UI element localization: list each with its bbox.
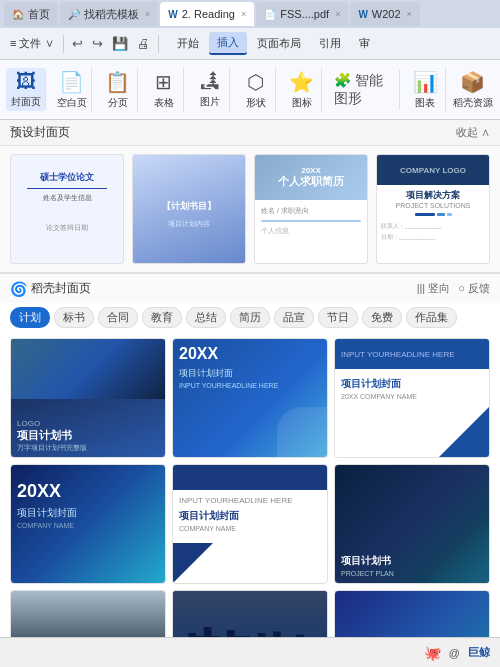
preset-card4-en: PROJECT SOLUTIONS [381, 202, 485, 209]
tab-reading-label: 2. Reading [182, 8, 235, 20]
ribbon-item-image[interactable]: 🏞 图片 [190, 68, 230, 111]
resource-label: 稻壳资源 [453, 96, 493, 110]
template-card-5[interactable]: INPUT YOURHEADLINE HERE 项目计划封面 COMPANY N… [172, 464, 328, 584]
template-card-6[interactable]: 项目计划书 PROJECT PLAN [334, 464, 490, 584]
tab-w202[interactable]: W W202 × [350, 2, 419, 26]
t1-title: 项目计划书 [17, 428, 159, 443]
shape-icon: ⬡ [247, 70, 264, 94]
ribbon-tab-ref[interactable]: 引用 [311, 33, 349, 54]
tab-bar: 🏠 首页 🔎 找稻壳模板 × W 2. Reading × 📄 FSS....p… [0, 0, 500, 28]
template-card-1[interactable]: LOGO 项目计划书 万字项目计划书完整版 [10, 338, 166, 458]
smartart-icon: 🧩 智能图形 [334, 72, 393, 108]
cat-free[interactable]: 免费 [362, 307, 402, 328]
ribbon-item-pagebreak[interactable]: 📋 分页 [98, 68, 138, 112]
tab-home-label: 首页 [28, 7, 50, 22]
t1-logo: LOGO [17, 419, 159, 428]
preset-card-academic[interactable]: 硕士学位论文 姓名及学生信息 论文答辩日期 [10, 154, 124, 264]
toolbar-left: ≡ 文件 ∨ ↩ ↪ 💾 🖨 [6, 34, 161, 53]
cat-contract[interactable]: 合同 [98, 307, 138, 328]
at-sign[interactable]: @ [449, 647, 460, 659]
t2-input: INPUT YOURHEADLINE HERE [179, 382, 321, 389]
blank-icon: 📄 [59, 70, 84, 94]
template-card-3[interactable]: INPUT YOURHEADLINE HERE 项目计划封面 20XX COMP… [334, 338, 490, 458]
preset-card-resume[interactable]: 20XX 个人求职简历 姓名 / 求职意向 个人信息 [254, 154, 368, 264]
tab-fss[interactable]: 📄 FSS....pdf × [256, 2, 348, 26]
ribbon-item-blank[interactable]: 📄 空白页 [52, 68, 92, 112]
ribbon-item-smartart[interactable]: 🧩 智能图形 [328, 70, 400, 110]
feedback-btn[interactable]: ○ 反馈 [458, 281, 490, 296]
preset-card-solution[interactable]: COMPANY LOGO 项目解决方案 PROJECT SOLUTIONS 联系… [376, 154, 490, 264]
preset-card4-logo: COMPANY LOGO [400, 166, 466, 175]
preset-card3-title: 个人求职简历 [278, 175, 344, 188]
chart-icon: 📊 [413, 70, 438, 94]
preset-card4-info1: 联系人：___________ [381, 222, 485, 231]
ribbon-tab-review[interactable]: 审 [351, 33, 378, 54]
cat-edu[interactable]: 教育 [142, 307, 182, 328]
cat-plan[interactable]: 计划 [10, 307, 50, 328]
vertical-view-btn[interactable]: ||| 竖向 [417, 281, 451, 296]
t5-en: COMPANY NAME [179, 525, 321, 532]
t2-title: 项目计划封面 [179, 367, 321, 380]
preset-card3-info: 个人信息 [261, 226, 361, 236]
template-icon: 🔎 [68, 9, 80, 20]
icon2-label: 图标 [292, 96, 312, 110]
preset-card4-info2: 日期：___________ [381, 233, 485, 242]
icon-save[interactable]: 💾 [109, 34, 131, 53]
preset-collapse-btn[interactable]: 收起 ∧ [456, 125, 490, 140]
ribbon-item-chart[interactable]: 📊 图表 [406, 68, 446, 112]
tab-fss-close[interactable]: × [335, 9, 340, 19]
pagebreak-icon: 📋 [105, 70, 130, 94]
ribbon-item-cover[interactable]: 🖼 封面页 [6, 68, 46, 111]
cat-works[interactable]: 作品集 [406, 307, 457, 328]
octopus-icon[interactable]: 🐙 [424, 645, 441, 661]
tab-template[interactable]: 🔎 找稻壳模板 × [60, 2, 158, 26]
cover-label: 封面页 [11, 95, 41, 109]
toolbar-row1: ≡ 文件 ∨ ↩ ↪ 💾 🖨 开始 插入 页面布局 引用 审 [0, 28, 500, 60]
reading-icon: W [168, 9, 177, 20]
ribbon-item-icon2[interactable]: ⭐ 图标 [282, 68, 322, 112]
cat-bid[interactable]: 标书 [54, 307, 94, 328]
cat-festival[interactable]: 节日 [318, 307, 358, 328]
tab-home[interactable]: 🏠 首页 [4, 2, 58, 26]
sticker-header: 🌀 稻壳封面页 ||| 竖向 ○ 反馈 [0, 274, 500, 303]
preset-card-blue[interactable]: 【计划书目】 项目计划内容 [132, 154, 246, 264]
icon2-icon: ⭐ [289, 70, 314, 94]
icon-undo[interactable]: ↩ [69, 34, 86, 53]
t3-en: 20XX COMPANY NAME [341, 393, 483, 400]
tab-template-close[interactable]: × [145, 9, 150, 19]
tab-w202-close[interactable]: × [407, 9, 412, 19]
ribbon-tab-insert[interactable]: 插入 [209, 32, 247, 55]
tab-template-label: 找稻壳模板 [84, 7, 139, 22]
preset-card3-year: 20XX [278, 166, 344, 175]
separator-2 [158, 35, 159, 53]
ribbon-tab-start[interactable]: 开始 [169, 33, 207, 54]
preset-card2-text: 【计划书目】 [162, 200, 216, 213]
fss-icon: 📄 [264, 9, 276, 20]
t3-input: INPUT YOURHEADLINE HERE [341, 350, 455, 359]
ribbon-item-shape[interactable]: ⬡ 形状 [236, 68, 276, 112]
icon-redo[interactable]: ↪ [89, 34, 106, 53]
t4-year: 20XX [17, 481, 159, 502]
ribbon-tab-layout[interactable]: 页面布局 [249, 33, 309, 54]
sticker-title-group: 🌀 稻壳封面页 [10, 280, 91, 297]
menu-file[interactable]: ≡ 文件 ∨ [6, 34, 58, 53]
tab-reading[interactable]: W 2. Reading × [160, 2, 254, 26]
icon-print[interactable]: 🖨 [134, 34, 153, 53]
ribbon-item-table[interactable]: ⊞ 表格 [144, 68, 184, 112]
ribbon-item-resource[interactable]: 📦 稻壳资源 [452, 68, 494, 112]
cat-resume[interactable]: 简历 [230, 307, 270, 328]
preset-card1-footer: 论文答辩日期 [19, 223, 115, 233]
image-icon: 🏞 [200, 70, 220, 93]
template-card-4[interactable]: 20XX 项目计划封面 COMPANY NAME [10, 464, 166, 584]
cat-summary[interactable]: 总结 [186, 307, 226, 328]
cat-brand[interactable]: 品宣 [274, 307, 314, 328]
separator-1 [63, 35, 64, 53]
preset-card3-sub: 姓名 / 求职意向 [261, 206, 361, 216]
tab-reading-close[interactable]: × [241, 9, 246, 19]
main-panel: 预设封面页 收起 ∧ 硕士学位论文 姓名及学生信息 论文答辩日期 【计划书目】 … [0, 120, 500, 667]
t2-year: 20XX [179, 345, 321, 363]
resource-icon: 📦 [460, 70, 485, 94]
template-card-2[interactable]: 20XX 项目计划封面 INPUT YOURHEADLINE HERE [172, 338, 328, 458]
preset-section-header: 预设封面页 收起 ∧ [0, 120, 500, 146]
home-icon: 🏠 [12, 9, 24, 20]
